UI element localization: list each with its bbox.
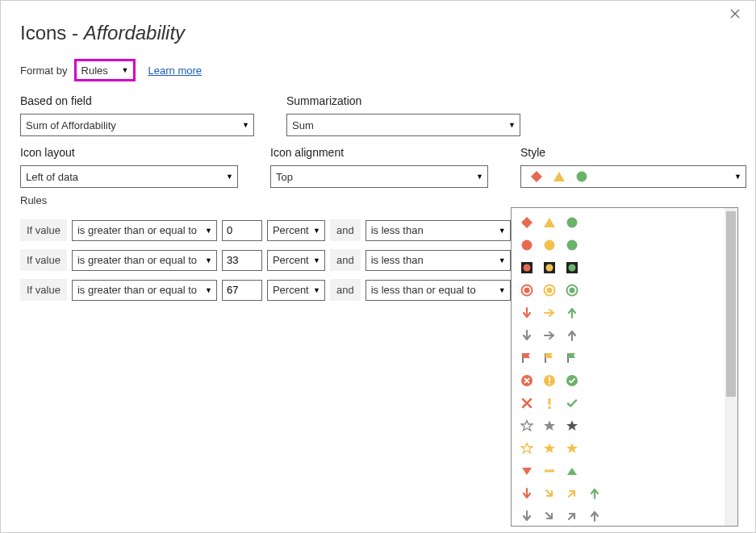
arrow-right-icon bbox=[542, 328, 557, 343]
and-label: and bbox=[330, 219, 361, 241]
rule-op1-dropdown[interactable]: is greater than or equal to bbox=[72, 280, 217, 301]
circle-icon bbox=[542, 238, 557, 252]
svg-point-8 bbox=[567, 240, 578, 251]
boxed-circle-icon bbox=[520, 260, 534, 275]
svg-rect-26 bbox=[549, 398, 551, 405]
based-on-field-value: Sum of Affordability bbox=[26, 119, 116, 131]
if-value-label: If value bbox=[20, 249, 67, 271]
style-option-three-circles[interactable] bbox=[518, 234, 734, 256]
svg-marker-28 bbox=[521, 421, 533, 431]
flag-icon bbox=[565, 351, 579, 365]
style-option-status-badges[interactable] bbox=[518, 369, 734, 392]
triangle-icon bbox=[542, 215, 557, 230]
star-icon bbox=[565, 441, 579, 456]
arrow-up-icon bbox=[565, 306, 579, 320]
bar-h-icon bbox=[542, 464, 557, 478]
icon-layout-dropdown[interactable]: Left of data bbox=[20, 165, 238, 188]
close-icon bbox=[729, 8, 741, 19]
svg-marker-33 bbox=[566, 443, 578, 454]
style-option-stars-gray[interactable] bbox=[518, 414, 734, 437]
format-by-label: Format by bbox=[20, 65, 68, 77]
rule-value1-input[interactable] bbox=[222, 280, 262, 301]
star-outline-icon bbox=[520, 418, 534, 433]
icon-layout-label: Icon layout bbox=[20, 146, 238, 159]
format-by-value: Rules bbox=[81, 65, 108, 77]
learn-more-link[interactable]: Learn more bbox=[148, 65, 202, 77]
style-option-flags[interactable] bbox=[518, 347, 734, 369]
rule-op2-dropdown[interactable]: is less than bbox=[365, 220, 511, 241]
rule-value1-input[interactable] bbox=[222, 220, 262, 241]
triangle-icon bbox=[552, 169, 566, 184]
summarization-dropdown[interactable]: Sum bbox=[286, 114, 520, 136]
summarization-label: Summarization bbox=[286, 94, 520, 107]
svg-point-12 bbox=[546, 264, 553, 272]
arrow-up-icon bbox=[587, 509, 602, 523]
style-option-stars-gold[interactable] bbox=[518, 437, 734, 460]
arrow-down-icon bbox=[520, 306, 534, 320]
icon-alignment-dropdown[interactable]: Top bbox=[270, 165, 488, 188]
arrow-down-icon bbox=[520, 509, 534, 523]
svg-point-7 bbox=[545, 240, 555, 251]
rule-unit1-dropdown[interactable]: Percent bbox=[267, 280, 325, 301]
based-on-field-label: Based on field bbox=[20, 94, 254, 107]
style-option-diamond-triangle-circle[interactable] bbox=[518, 211, 734, 234]
style-dropdown[interactable] bbox=[520, 165, 746, 188]
svg-point-5 bbox=[567, 218, 578, 228]
rule-value1-input[interactable] bbox=[222, 250, 262, 271]
rule-unit1-dropdown[interactable]: Percent bbox=[267, 250, 325, 271]
format-by-dropdown[interactable]: Rules bbox=[76, 60, 134, 80]
arrow-right-icon bbox=[542, 306, 557, 320]
svg-point-10 bbox=[524, 264, 531, 272]
svg-point-18 bbox=[547, 288, 553, 294]
svg-marker-36 bbox=[567, 468, 577, 475]
circle-icon bbox=[565, 238, 579, 252]
style-option-symbols[interactable] bbox=[518, 392, 734, 414]
arrow-down-icon bbox=[520, 486, 534, 501]
svg-marker-3 bbox=[521, 217, 533, 228]
title-field: Affordability bbox=[84, 22, 185, 44]
style-option-tri-bar[interactable] bbox=[518, 460, 734, 482]
style-options-panel bbox=[511, 207, 738, 527]
rules-section-label: Rules bbox=[20, 194, 736, 206]
arrow-up-icon bbox=[587, 486, 602, 501]
if-value-label: If value bbox=[20, 279, 67, 301]
style-option-arrows-4-colored[interactable] bbox=[518, 482, 734, 505]
style-option-arrows-gray[interactable] bbox=[518, 324, 734, 347]
arrow-down-icon bbox=[520, 328, 534, 343]
arrow-up-icon bbox=[565, 328, 579, 343]
svg-marker-29 bbox=[544, 421, 555, 431]
svg-rect-35 bbox=[545, 470, 554, 473]
close-button[interactable] bbox=[725, 7, 746, 20]
rule-op2-dropdown[interactable]: is less than or equal to bbox=[365, 280, 511, 301]
and-label: and bbox=[330, 249, 361, 271]
arrow-ur-icon bbox=[565, 509, 579, 523]
style-option-ring-circles[interactable] bbox=[518, 279, 734, 302]
style-option-arrows-colored[interactable] bbox=[518, 302, 734, 324]
rule-op1-dropdown[interactable]: is greater than or equal to bbox=[72, 220, 217, 241]
style-option-arrows-4-gray[interactable] bbox=[518, 505, 734, 527]
tri-down-icon bbox=[520, 464, 534, 478]
based-on-field-dropdown[interactable]: Sum of Affordability bbox=[20, 114, 254, 136]
bang-icon bbox=[542, 396, 557, 410]
style-panel-scrollbar[interactable] bbox=[725, 208, 737, 526]
arrow-ur-icon bbox=[565, 486, 579, 501]
title-prefix: Icons - bbox=[20, 22, 84, 44]
scrollbar-thumb[interactable] bbox=[726, 211, 736, 397]
style-selected-preview bbox=[526, 169, 589, 184]
star-icon bbox=[542, 441, 557, 456]
svg-marker-30 bbox=[566, 421, 578, 431]
svg-point-20 bbox=[570, 288, 575, 294]
ring-circle-icon bbox=[542, 283, 557, 298]
flag-icon bbox=[520, 351, 534, 365]
rule-op1-dropdown[interactable]: is greater than or equal to bbox=[72, 250, 217, 271]
circle-bang-icon bbox=[542, 373, 557, 388]
rule-op2-dropdown[interactable]: is less than bbox=[365, 250, 511, 271]
diamond-icon bbox=[529, 169, 544, 184]
icon-alignment-value: Top bbox=[276, 171, 293, 183]
flag-icon bbox=[542, 351, 557, 365]
svg-rect-24 bbox=[549, 383, 550, 385]
rule-unit1-dropdown[interactable]: Percent bbox=[267, 220, 325, 241]
svg-marker-34 bbox=[522, 468, 532, 475]
style-option-traffic-dark[interactable] bbox=[518, 256, 734, 279]
circle-check-icon bbox=[565, 373, 579, 388]
